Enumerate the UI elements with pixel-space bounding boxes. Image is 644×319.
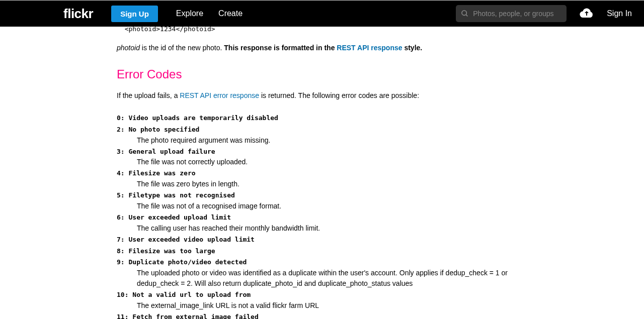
error-code-desc: The calling user has reached their month… bbox=[137, 223, 522, 234]
svg-point-0 bbox=[462, 11, 466, 15]
error-code-title: 9: Duplicate photo/video detected bbox=[117, 257, 522, 268]
error-code-desc: The photo required argument was missing. bbox=[137, 135, 522, 146]
error-code-title: 11: Fetch from external image failed bbox=[117, 312, 522, 319]
search-box[interactable] bbox=[456, 5, 567, 22]
error-code-title: 8: Filesize was too large bbox=[117, 246, 522, 257]
doc-content: <rsp stat="ok"> <photoid>1234</photoid> … bbox=[0, 27, 644, 319]
upload-icon[interactable] bbox=[580, 8, 594, 20]
error-code-title: 0: Video uploads are temporarily disable… bbox=[117, 113, 522, 124]
response-note: photoid is the id of the new photo. This… bbox=[117, 43, 522, 53]
search-icon bbox=[461, 10, 469, 18]
error-code-desc: The external_image_link URL is not a val… bbox=[137, 300, 522, 311]
signin-link[interactable]: Sign In bbox=[607, 9, 632, 18]
error-code-title: 5: Filetype was not recognised bbox=[117, 190, 522, 201]
error-code-desc: The file was not of a recognised image f… bbox=[137, 201, 522, 211]
rest-api-error-link[interactable]: REST API error response bbox=[180, 91, 259, 99]
error-codes-heading: Error Codes bbox=[117, 67, 522, 81]
logo[interactable]: flickr bbox=[63, 6, 93, 22]
error-code-title: 3: General upload failure bbox=[117, 147, 522, 157]
response-snippet: <rsp stat="ok"> <photoid>1234</photoid> bbox=[117, 27, 522, 33]
nav-explore[interactable]: Explore bbox=[176, 9, 203, 18]
error-code-desc: The uploaded photo or video was identifi… bbox=[137, 268, 522, 289]
top-nav: flickr Sign Up Explore Create Sign In bbox=[0, 1, 644, 27]
error-code-title: 6: User exceeded upload limit bbox=[117, 212, 522, 223]
logo-text: flickr bbox=[63, 6, 93, 22]
error-code-title: 4: Filesize was zero bbox=[117, 168, 522, 179]
error-code-list: 0: Video uploads are temporarily disable… bbox=[117, 113, 522, 319]
error-code-title: 7: User exceeded video upload limit bbox=[117, 235, 522, 245]
error-code-desc: The file was not correctly uploaded. bbox=[137, 157, 522, 167]
signup-button[interactable]: Sign Up bbox=[111, 6, 158, 22]
error-code-desc: The file was zero bytes in length. bbox=[137, 179, 522, 189]
error-code-title: 2: No photo specified bbox=[117, 125, 522, 135]
rest-api-response-link[interactable]: REST API response bbox=[337, 44, 402, 52]
search-input[interactable] bbox=[473, 10, 561, 18]
nav-create[interactable]: Create bbox=[218, 9, 243, 18]
error-code-title: 10: Not a valid url to upload from bbox=[117, 290, 522, 300]
svg-line-1 bbox=[466, 15, 467, 16]
photoid-term: photoid bbox=[117, 44, 140, 52]
error-codes-intro: If the upload fails, a REST API error re… bbox=[117, 90, 522, 101]
